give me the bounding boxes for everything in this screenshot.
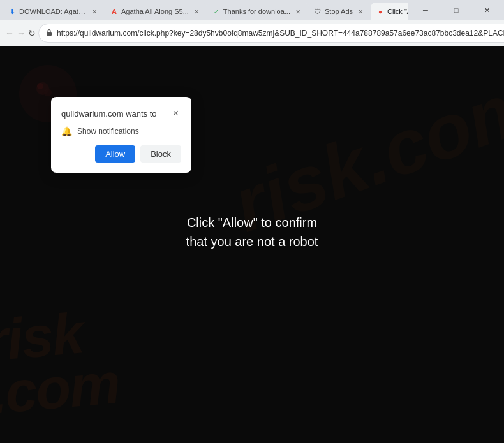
popup-notification-row: 🔔 Show notifications — [61, 126, 181, 136]
window-controls: ─ □ ✕ — [411, 0, 501, 20]
block-button[interactable]: Block — [140, 145, 181, 163]
svg-rect-0 — [47, 32, 52, 36]
tab-close-agatha[interactable]: ✕ — [191, 6, 202, 17]
tab-label-active: Click "Allow6... — [387, 8, 408, 15]
popup-title: quildwarium.com wants to — [61, 109, 157, 119]
main-message: Click "Allow" to confirm that you are no… — [186, 213, 318, 251]
svg-point-9 — [44, 89, 52, 96]
tab-download[interactable]: ⬇ DOWNLOAD: Agath... ✕ — [3, 3, 105, 20]
notification-text: Show notifications — [77, 127, 139, 136]
tab-thanks[interactable]: ✓ Thanks for downloa... ✕ — [207, 3, 308, 20]
message-line1: Click "Allow" to confirm — [186, 213, 318, 232]
message-line2: that you are not a robot — [186, 232, 318, 251]
tab-agatha[interactable]: A Agatha All Along S5... ✕ — [105, 3, 207, 20]
address-bar-row: ← → ↻ https://quildwarium.com/click.php?… — [0, 20, 504, 46]
browser-window: ⬇ DOWNLOAD: Agath... ✕ A Agatha All Alon… — [0, 0, 504, 46]
security-lock-icon — [45, 29, 53, 38]
notification-popup: quildwarium.com wants to × 🔔 Show notifi… — [51, 97, 191, 173]
back-button[interactable]: ← — [5, 24, 14, 42]
svg-point-8 — [37, 83, 43, 89]
tab-label-stopad: Stop Ads — [325, 8, 353, 15]
tab-stopad[interactable]: 🛡 Stop Ads ✕ — [308, 3, 371, 20]
tab-close-thanks[interactable]: ✕ — [293, 6, 303, 17]
page-content: risk .com risk.com Click "Allow" to conf… — [0, 46, 504, 443]
title-bar: ⬇ DOWNLOAD: Agath... ✕ A Agatha All Alon… — [0, 0, 504, 20]
forward-button[interactable]: → — [17, 24, 26, 42]
tab-label-agatha: Agatha All Along S5... — [121, 8, 189, 15]
tab-close-download[interactable]: ✕ — [89, 6, 100, 17]
tab-favicon-thanks: ✓ — [212, 7, 221, 16]
tab-favicon-active: ● — [376, 7, 385, 16]
tab-close-stopad[interactable]: ✕ — [355, 6, 366, 17]
maximize-button[interactable]: □ — [441, 0, 471, 20]
close-button[interactable]: ✕ — [472, 0, 501, 20]
tab-label-thanks: Thanks for downloa... — [223, 8, 290, 15]
tab-active[interactable]: ● Click "Allow6... ✕ — [371, 3, 408, 20]
popup-close-button[interactable]: × — [170, 107, 181, 120]
tab-favicon-agatha: A — [110, 7, 119, 16]
address-bar[interactable]: https://quildwarium.com/click.php?key=28… — [38, 24, 504, 43]
url-text: https://quildwarium.com/click.php?key=28… — [57, 29, 504, 38]
popup-header: quildwarium.com wants to × — [61, 107, 181, 120]
bell-icon: 🔔 — [61, 126, 72, 136]
minimize-button[interactable]: ─ — [411, 0, 440, 20]
tabs-container: ⬇ DOWNLOAD: Agath... ✕ A Agatha All Alon… — [3, 0, 408, 20]
tab-label-download: DOWNLOAD: Agath... — [19, 8, 87, 15]
tab-favicon-download: ⬇ — [8, 7, 17, 16]
allow-button[interactable]: Allow — [95, 145, 135, 163]
tab-favicon-stopad: 🛡 — [313, 7, 322, 16]
popup-buttons: Allow Block — [61, 145, 181, 163]
reload-button[interactable]: ↻ — [28, 24, 36, 42]
